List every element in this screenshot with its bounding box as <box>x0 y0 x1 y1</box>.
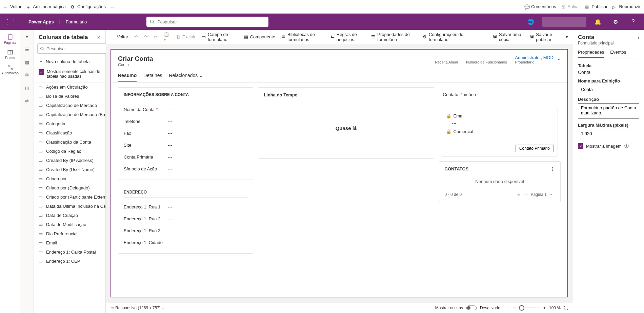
tab-events[interactable]: Eventos <box>610 50 626 58</box>
column-item[interactable]: ▭Data da Última Inclusão na Camp... <box>34 202 105 211</box>
form-libs-button[interactable]: ▤ Bibliotecas de formulários <box>281 32 325 42</box>
environment-picker[interactable] <box>542 17 586 27</box>
form-props-button[interactable]: ☰ Propriedades do formulário <box>371 32 417 42</box>
form-field[interactable]: Fax--- <box>124 127 247 139</box>
form-field[interactable]: Endereço 1: Rua 2--- <box>124 213 247 225</box>
tab-summary[interactable]: Resumo <box>118 73 137 82</box>
column-item[interactable]: ▭Data de Modificação <box>34 220 105 229</box>
insert-icon[interactable]: ⧉ <box>24 72 30 78</box>
settings-button[interactable]: ⚙Configurações <box>71 4 106 9</box>
form-back-button[interactable]: ← Voltar <box>110 34 128 39</box>
zoom-in-button[interactable]: + <box>543 306 546 310</box>
responsive-indicator[interactable]: ▭ Responsivo (1269 x 757) ⌄ <box>110 306 165 310</box>
column-item[interactable]: ▭Classificação <box>34 128 105 137</box>
delete-button[interactable]: 🗑 Excluir <box>176 34 196 39</box>
column-item[interactable]: ▭Criado por (Participante Externo) <box>34 192 105 202</box>
form-settings-button[interactable]: ⚙ Configurações do formulário <box>423 32 470 42</box>
column-search-input[interactable] <box>37 43 106 54</box>
paste-button[interactable]: 📋▾ <box>164 32 170 42</box>
form-field[interactable]: Endereço 1: Cidade--- <box>124 237 247 248</box>
gear-icon[interactable]: ⚙ <box>609 19 622 25</box>
column-item[interactable]: ▭Bolsa de Valores <box>34 92 105 101</box>
column-item[interactable]: ▭Classificação da Conta <box>34 137 105 147</box>
more-button[interactable]: ⋯ <box>110 4 115 9</box>
primary-contact-btn[interactable]: Contato Primário <box>516 145 554 152</box>
component-icon[interactable]: ▦ <box>24 59 30 65</box>
column-item[interactable]: ▭Endereço 1: Caixa Postal <box>34 247 105 257</box>
hdr-owner[interactable]: Administrator, MOD Proprietário ⌄ <box>515 55 561 64</box>
form-field[interactable]: Conta Primária--- <box>124 151 247 163</box>
cut-button[interactable]: ✂ <box>154 34 158 39</box>
close-panel-icon[interactable]: ✕ <box>97 35 101 40</box>
column-item[interactable]: ▭Categoria <box>34 119 105 128</box>
show-image-checkbox[interactable]: ✓ Mostrar a imagem ⓘ <box>578 143 639 149</box>
column-item[interactable]: ▭Created By (User Name) <box>34 165 105 174</box>
tab-related[interactable]: Relacionados ⌄ <box>169 73 203 82</box>
overflow-button[interactable]: ⋯ <box>476 34 480 39</box>
section-contacts[interactable]: CONTATOS⋮ Nenhum dado disponível 0 - 0 d… <box>439 161 561 202</box>
column-item[interactable]: ▭Endereço 1: CEP <box>34 257 105 266</box>
expand-icon[interactable]: › <box>638 35 639 40</box>
save-button[interactable]: 🖫Salvar <box>561 4 580 9</box>
show-hidden-toggle[interactable] <box>466 306 477 310</box>
section-address[interactable]: ENDEREÇO Endereço 1: Rua 1---Endereço 1:… <box>118 185 253 254</box>
save-copy-button[interactable]: 🖫 Salvar uma cópia <box>492 32 523 42</box>
show-unused-toggle[interactable]: ✓ Mostrar somente colunas de tabela não … <box>34 67 105 82</box>
data-icon[interactable]: ◫ <box>24 85 30 91</box>
column-item[interactable]: ▭Data de Criação <box>34 211 105 220</box>
description-input[interactable] <box>578 103 639 119</box>
undo-button[interactable]: ↶ <box>134 34 138 39</box>
form-field[interactable]: Nome da Conta*--- <box>124 104 247 115</box>
waffle-icon[interactable]: ⋮⋮⋮ <box>5 18 23 25</box>
column-item[interactable]: ▭Criada por <box>34 174 105 183</box>
biz-rules-button[interactable]: ⇆ Regras de negócios <box>331 32 365 42</box>
component-button[interactable]: ▦ Componente <box>244 34 275 39</box>
next-page-icon[interactable]: → <box>549 192 553 197</box>
global-search[interactable] <box>146 17 268 27</box>
form-field[interactable]: Símbolo de Ação--- <box>124 163 247 175</box>
prev-page-icon[interactable]: ← <box>525 192 529 197</box>
comments-button[interactable]: 💬Comentários <box>524 4 556 9</box>
redo-button[interactable]: ↷ <box>144 34 148 39</box>
zoom-out-button[interactable]: − <box>507 306 509 310</box>
back-button[interactable]: ←Voltar <box>3 4 21 9</box>
nav-pages[interactable]: Páginas <box>0 32 20 47</box>
column-item[interactable]: ▭Capitalização de Mercado (Base) <box>34 110 105 119</box>
fit-icon[interactable]: ⛶ <box>564 306 568 310</box>
nav-data[interactable]: Dados <box>0 47 20 62</box>
column-item[interactable]: ▭Created By (IP Address) <box>34 156 105 165</box>
more-icon[interactable]: ⋮ <box>550 166 555 171</box>
publish-button[interactable]: ▤Publicar <box>585 4 607 9</box>
section-timeline[interactable]: Linha do Tempo Quase lá <box>258 87 434 159</box>
column-item[interactable]: ▭Ações em Circulação <box>34 82 105 92</box>
bell-icon[interactable]: 🔔 <box>592 19 604 25</box>
search-input[interactable] <box>146 17 268 27</box>
globe-icon[interactable]: 🌐 <box>525 19 537 25</box>
chevron-down-icon[interactable]: ⌄ <box>557 56 561 61</box>
hdr-annual-revenue[interactable]: --- Receita Anual <box>435 55 458 64</box>
first-page-icon[interactable]: ⏮ <box>517 192 521 197</box>
zoom-slider[interactable] <box>513 308 540 308</box>
column-item[interactable]: ▭Dia Preferencial <box>34 229 105 238</box>
add-page-button[interactable]: ＋Adicionar página <box>26 4 66 9</box>
form-field-button[interactable]: ▭ Campo de formulário <box>202 32 238 42</box>
new-column-button[interactable]: ＋Nova coluna de tabela <box>34 56 105 67</box>
display-name-input[interactable] <box>578 85 639 94</box>
form-field[interactable]: Endereço 1: Rua 3--- <box>124 225 247 237</box>
tab-details[interactable]: Detalhes <box>143 73 162 82</box>
hdr-employees[interactable]: --- Número de Funcionários <box>466 55 507 64</box>
section-account-info[interactable]: INFORMAÇÕES SOBRE A CONTA Nome da Conta*… <box>118 87 253 180</box>
section-primary-contact[interactable]: Contato Primário --- 🔒Email --- 🔒Comerci… <box>439 87 561 156</box>
form-field[interactable]: Site--- <box>124 139 247 151</box>
column-item[interactable]: ▭Email <box>34 238 105 247</box>
form-field[interactable]: Endereço 1: Rua 1--- <box>124 201 247 213</box>
tree-icon[interactable]: ☰ <box>24 46 30 52</box>
column-item[interactable]: ▭Capitalização de Mercado <box>34 101 105 110</box>
tab-properties[interactable]: Propriedades <box>578 50 604 58</box>
nav-automation[interactable]: Automação <box>0 62 20 77</box>
info-icon[interactable]: ⓘ <box>624 143 629 149</box>
hamburger-icon[interactable]: ≡ <box>24 33 30 39</box>
flow-icon[interactable]: ⇄ <box>24 98 30 104</box>
save-publish-chevron[interactable]: ▾ <box>566 34 568 39</box>
form-field[interactable]: Telefone--- <box>124 115 247 127</box>
